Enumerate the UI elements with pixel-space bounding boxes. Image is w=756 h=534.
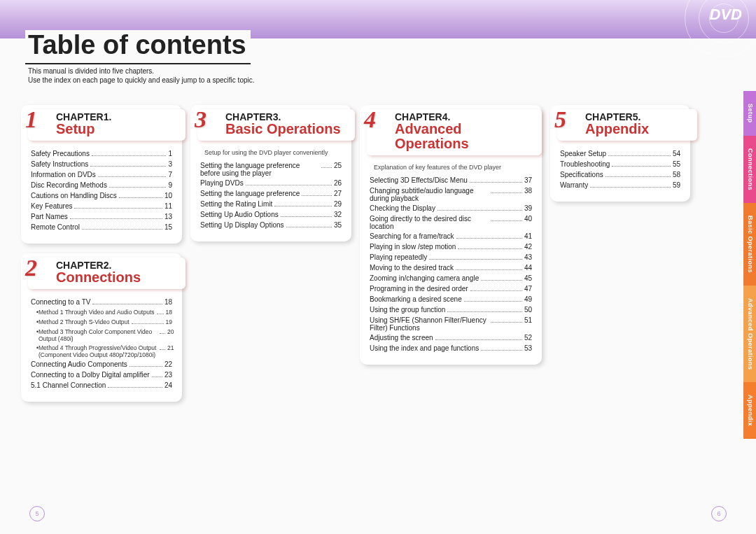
toc-item-text: Setting the language preference — [200, 190, 300, 197]
toc-item-text: Method 4 Through Progressive/Video Outpu… — [38, 344, 158, 358]
toc-dots — [470, 182, 522, 183]
toc-item[interactable]: Disc Recording Methods9 — [31, 181, 172, 190]
toc-item-text: Speaker Setup — [560, 150, 606, 157]
toc-item-page: 29 — [334, 200, 342, 208]
toc-item-page: 20 — [167, 328, 174, 335]
chapter-5-title: Appendix — [585, 122, 690, 136]
toc-item[interactable]: Playing repeatedly43 — [370, 253, 532, 262]
toc-item-page: 45 — [524, 274, 532, 282]
toc-item[interactable]: Safety Precautions1 — [31, 150, 172, 158]
page-number-left: 5 — [29, 506, 45, 521]
toc-item-page: 24 — [164, 381, 172, 389]
toc-item-text: Disc Recording Methods — [31, 181, 107, 189]
toc-item-page: 51 — [524, 316, 532, 324]
toc-item[interactable]: Selecting 3D Effects/Disc Menu37 — [370, 176, 532, 185]
toc-item-text: Safety Instructions — [31, 160, 88, 168]
toc-item-page: 43 — [524, 253, 532, 261]
toc-item[interactable]: 5.1 Channel Connection24 — [31, 381, 172, 390]
toc-dots — [438, 210, 522, 211]
toc-item[interactable]: Using the index and page functions53 — [370, 344, 532, 353]
chapter-3-box: 3 CHAPTER3. Basic Operations Setup for u… — [190, 105, 351, 241]
toc-item[interactable]: Going directly to the desired disc locat… — [370, 215, 532, 230]
toc-item-page: 18 — [166, 309, 172, 316]
toc-item-text: Safety Precautions — [31, 150, 90, 157]
tab-advanced-operations[interactable]: Advanced Operations — [743, 286, 756, 383]
toc-item-text: Changing subtitle/audio language during … — [370, 187, 489, 202]
chapter-1-heading: 1 CHAPTER1. Setup — [28, 109, 186, 141]
toc-item[interactable]: Setting Up Audio Options32 — [200, 211, 342, 219]
toc-dots — [109, 187, 167, 188]
toc-item[interactable]: Checking the Display39 — [370, 204, 532, 213]
toc-item-page: 58 — [673, 171, 680, 178]
toc-item-page: 7 — [168, 171, 172, 178]
toc-item-page: 15 — [164, 223, 172, 231]
toc-item-page: 47 — [524, 285, 532, 293]
toc-item[interactable]: Method 2 Through S-Video Output19 — [31, 318, 172, 326]
toc-item[interactable]: Method 3 Through Color Component Video O… — [31, 328, 172, 342]
toc-item-text: Troubleshooting — [560, 160, 610, 168]
toc-item[interactable]: Adjusting the screen52 — [370, 334, 532, 342]
toc-dots — [321, 167, 332, 168]
toc-item[interactable]: Cautions on Handling Discs10 — [31, 192, 172, 200]
tab-connections[interactable]: Connections — [743, 136, 756, 203]
side-tabs: Setup Connections Basic Operations Advan… — [743, 91, 756, 439]
toc-item-text: Zooming in/changing camera angle — [370, 274, 479, 282]
dvd-logo: DVD — [710, 6, 742, 24]
toc-item-text: Playing repeatedly — [370, 253, 427, 261]
toc-item[interactable]: Remote Control15 — [31, 223, 172, 232]
toc-item[interactable]: Part Names13 — [31, 213, 172, 221]
toc-item[interactable]: Setting the language preference27 — [200, 190, 342, 198]
toc-dots — [82, 229, 162, 230]
toc-item-page: 42 — [524, 243, 532, 251]
toc-item[interactable]: Setting Up Display Options35 — [200, 221, 342, 230]
toc-dots — [481, 280, 522, 281]
tab-basic-operations[interactable]: Basic Operations — [743, 203, 756, 286]
toc-item[interactable]: Connecting to a TV18 — [31, 298, 172, 307]
toc-item[interactable]: Moving to the desired track44 — [370, 264, 532, 272]
toc-item[interactable]: Method 1 Through Video and Audio Outputs… — [31, 309, 172, 316]
toc-item[interactable]: Method 4 Through Progressive/Video Outpu… — [31, 344, 172, 358]
toc-item-text: Playing in slow /step motion — [370, 243, 456, 251]
toc-item[interactable]: Changing subtitle/audio language during … — [370, 187, 532, 202]
toc-item[interactable]: Setting the Rating Limit29 — [200, 200, 342, 209]
toc-item[interactable]: Specifications58 — [560, 171, 680, 179]
toc-item[interactable]: Warranty59 — [560, 181, 680, 190]
toc-item[interactable]: Speaker Setup54 — [560, 150, 680, 158]
toc-item-page: 9 — [168, 181, 172, 189]
chapter-4-list: Selecting 3D Effects/Disc Menu37Changing… — [370, 176, 532, 353]
toc-item[interactable]: Troubleshooting55 — [560, 160, 680, 169]
toc-item[interactable]: Connecting Audio Components22 — [31, 360, 172, 369]
toc-item[interactable]: Connecting to a Dolby Digital amplifier2… — [31, 371, 172, 379]
toc-item[interactable]: Playing in slow /step motion42 — [370, 243, 532, 251]
toc-item-text: Method 1 Through Video and Audio Outputs — [38, 309, 155, 316]
toc-dots — [491, 322, 522, 323]
toc-item-text: Setting the language preference before u… — [200, 162, 319, 177]
toc-item[interactable]: Setting the language preference before u… — [200, 162, 342, 177]
toc-item[interactable]: Key Features11 — [31, 202, 172, 211]
toc-item[interactable]: Information on DVDs7 — [31, 171, 172, 179]
toc-item[interactable]: Using the group function50 — [370, 306, 532, 314]
page-title: Table of contents — [25, 30, 251, 64]
toc-dots — [429, 259, 522, 260]
toc-dots — [302, 195, 332, 196]
toc-dots — [92, 304, 162, 304]
tab-appendix[interactable]: Appendix — [743, 382, 756, 439]
toc-item-text: Using SH/FE (Shannon Filter/Fluency Filt… — [370, 316, 489, 332]
toc-dots — [160, 349, 165, 350]
toc-item[interactable]: Programing in the desired order47 — [370, 285, 532, 293]
chapter-2-box: 2 CHAPTER2. Connections Connecting to a … — [21, 253, 182, 402]
toc-dots — [246, 185, 332, 185]
toc-item[interactable]: Using SH/FE (Shannon Filter/Fluency Filt… — [370, 316, 532, 332]
toc-item[interactable]: Safety Instructions3 — [31, 160, 172, 169]
toc-item[interactable]: Zooming in/changing camera angle45 — [370, 274, 532, 283]
tab-setup[interactable]: Setup — [743, 91, 756, 136]
toc-item-page: 35 — [334, 221, 342, 229]
toc-item[interactable]: Bookmarking a desired scene49 — [370, 295, 532, 304]
toc-item-text: Playing DVDs — [200, 179, 244, 187]
toc-item[interactable]: Playing DVDs26 — [200, 179, 342, 188]
toc-item[interactable]: Searching for a frame/track41 — [370, 232, 532, 241]
toc-dots — [456, 269, 522, 270]
toc-item-text: Selecting 3D Effects/Disc Menu — [370, 176, 468, 184]
toc-item-page: 10 — [164, 192, 172, 199]
toc-item-text: Connecting to a TV — [31, 298, 90, 306]
